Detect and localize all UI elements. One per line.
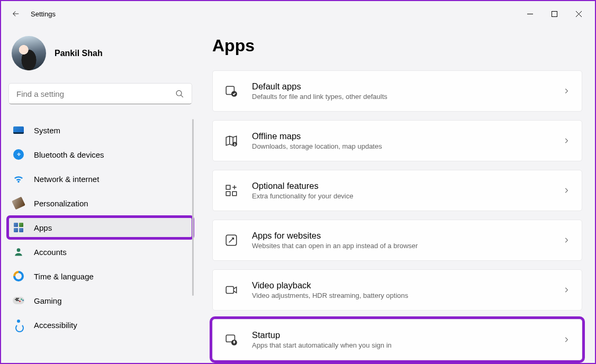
- search-icon: [175, 89, 184, 98]
- sidebar-item-label: Gaming: [34, 296, 62, 305]
- svg-rect-6: [226, 185, 230, 189]
- gamepad-icon: [13, 295, 24, 306]
- card-desc: Defaults for file and link types, other …: [252, 93, 549, 101]
- system-icon: [13, 124, 24, 136]
- search-input[interactable]: [16, 89, 175, 98]
- search-input-container[interactable]: [8, 83, 192, 104]
- sidebar-item-apps[interactable]: Apps: [7, 216, 193, 239]
- nav-list: System ⌖ Bluetooth & devices Network & i…: [7, 119, 193, 336]
- svg-point-2: [17, 248, 21, 252]
- chevron-right-icon: [563, 286, 570, 294]
- sidebar-item-network[interactable]: Network & internet: [7, 168, 193, 190]
- features-icon: [224, 184, 238, 197]
- card-title: Video playback: [252, 280, 549, 290]
- content: Apps Default apps Defaults for file and …: [200, 26, 595, 363]
- card-title: Optional features: [252, 181, 549, 191]
- minimize-button[interactable]: [518, 5, 542, 22]
- sidebar-item-bluetooth[interactable]: ⌖ Bluetooth & devices: [7, 143, 193, 166]
- user-name: Pankil Shah: [55, 49, 103, 58]
- sidebar-item-accounts[interactable]: Accounts: [7, 241, 193, 263]
- card-title: Apps for websites: [252, 231, 549, 241]
- sidebar-item-system[interactable]: System: [7, 119, 193, 141]
- sidebar-item-label: Accessibility: [34, 321, 77, 330]
- card-list: Default apps Defaults for file and link …: [212, 70, 582, 363]
- sidebar: Pankil Shah System ⌖ Bluetooth & devices…: [1, 26, 200, 363]
- maximize-button[interactable]: [542, 5, 566, 22]
- card-video-playback[interactable]: Video playback Video adjustments, HDR st…: [212, 269, 582, 311]
- svg-rect-10: [226, 287, 233, 294]
- link-app-icon: [224, 233, 238, 247]
- brush-icon: [13, 197, 24, 209]
- svg-point-1: [176, 90, 182, 96]
- video-icon: [224, 283, 238, 297]
- back-button[interactable]: [5, 3, 26, 24]
- apps-icon: [13, 222, 24, 233]
- card-desc: Downloads, storage location, map updates: [252, 142, 549, 150]
- accessibility-icon: [13, 319, 24, 331]
- card-offline-maps[interactable]: Offline maps Downloads, storage location…: [212, 120, 582, 161]
- card-startup[interactable]: Startup Apps that start automatically wh…: [212, 319, 582, 360]
- chevron-right-icon: [563, 137, 570, 144]
- svg-rect-7: [226, 192, 230, 196]
- sidebar-item-label: Personalization: [34, 199, 88, 208]
- sidebar-item-label: Accounts: [34, 248, 67, 257]
- sidebar-item-personalization[interactable]: Personalization: [7, 192, 193, 214]
- startup-icon: [224, 333, 238, 347]
- close-button[interactable]: [566, 5, 591, 22]
- user-section[interactable]: Pankil Shah: [7, 26, 193, 83]
- card-apps-for-websites[interactable]: Apps for websites Websites that can open…: [212, 220, 582, 261]
- card-desc: Websites that can open in an app instead…: [252, 242, 549, 250]
- svg-rect-8: [232, 192, 237, 196]
- person-icon: [13, 246, 24, 258]
- card-default-apps[interactable]: Default apps Defaults for file and link …: [212, 70, 582, 112]
- chevron-right-icon: [563, 187, 570, 194]
- card-desc: Apps that start automatically when you s…: [252, 341, 549, 349]
- sidebar-item-label: Time & language: [34, 272, 94, 281]
- card-title: Offline maps: [252, 131, 549, 141]
- card-optional-features[interactable]: Optional features Extra functionality fo…: [212, 170, 582, 211]
- titlebar: Settings: [1, 1, 595, 26]
- wifi-icon: [13, 173, 24, 185]
- sidebar-item-label: Apps: [34, 223, 52, 232]
- sidebar-item-label: Bluetooth & devices: [34, 150, 104, 159]
- avatar: [12, 36, 46, 70]
- clock-icon: [13, 270, 24, 282]
- map-icon: [224, 134, 238, 148]
- sidebar-item-accessibility[interactable]: Accessibility: [7, 314, 193, 336]
- card-title: Startup: [252, 330, 549, 340]
- card-title: Default apps: [252, 81, 549, 92]
- chevron-right-icon: [563, 87, 570, 95]
- page-title: Apps: [212, 36, 582, 56]
- card-desc: Extra functionality for your device: [252, 192, 549, 200]
- chevron-right-icon: [563, 336, 570, 343]
- sidebar-item-gaming[interactable]: Gaming: [7, 289, 193, 312]
- window-title: Settings: [31, 10, 56, 18]
- default-apps-icon: [224, 84, 238, 98]
- sidebar-item-label: Network & internet: [34, 175, 99, 184]
- chevron-right-icon: [563, 236, 570, 244]
- window-controls: [518, 5, 591, 22]
- card-desc: Video adjustments, HDR streaming, batter…: [252, 292, 549, 299]
- sidebar-item-label: System: [34, 126, 60, 135]
- bluetooth-icon: ⌖: [13, 149, 24, 160]
- sidebar-item-time[interactable]: Time & language: [7, 265, 193, 287]
- svg-rect-0: [552, 11, 557, 16]
